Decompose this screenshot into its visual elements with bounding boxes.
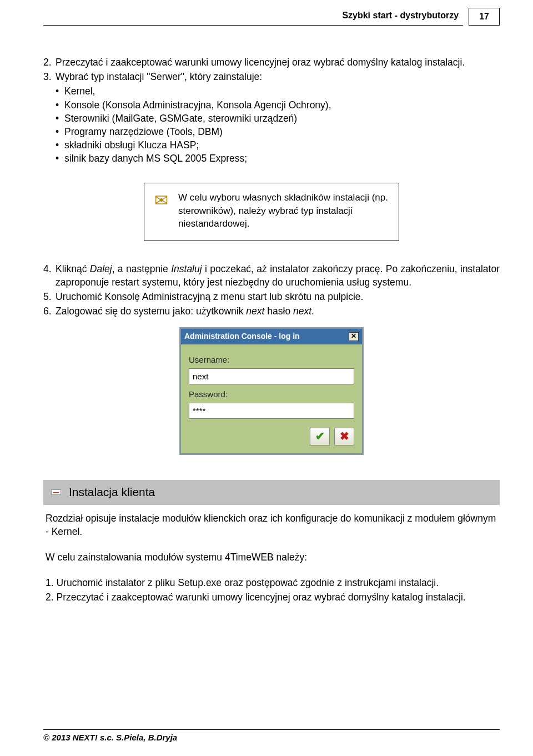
password-input[interactable]	[189, 403, 354, 419]
note-box: ✉ W celu wyboru własnych składników inst…	[144, 183, 399, 241]
bullet-text: Sterowniki (MailGate, GSMGate, sterownik…	[64, 112, 297, 125]
section-paragraph: Rozdział opisuje instalacje modułów klie…	[46, 512, 497, 538]
italic-text: next	[246, 306, 264, 317]
instruction-list-1: 2. Przeczytać i zaakceptować warunki umo…	[43, 56, 500, 165]
list-text: Wybrać typ instalacji "Serwer", który za…	[56, 70, 500, 83]
list-text: Zalogować się do systemu jako: użytkowni…	[56, 304, 500, 318]
page-footer: © 2013 NEXT! s.c. S.Piela, B.Dryja	[43, 729, 500, 744]
cancel-button[interactable]: ✖	[334, 428, 354, 445]
username-label: Username:	[189, 354, 354, 366]
bullet-icon: •	[56, 138, 64, 152]
italic-text: Instaluj	[171, 263, 202, 274]
bullet-icon: •	[56, 152, 64, 165]
bullet-text: silnik bazy danych MS SQL 2005 Express;	[64, 152, 247, 165]
text-run: Zalogować się do systemu jako: użytkowni…	[56, 306, 246, 317]
section-list-item: 1. Uruchomić instalator z pliku Setup.ex…	[46, 576, 497, 589]
section-title: Instalacja klienta	[69, 484, 155, 500]
ok-button[interactable]: ✔	[310, 428, 330, 445]
password-label: Password:	[189, 389, 354, 400]
list-number: 5.	[43, 290, 56, 303]
page-number: 17	[479, 11, 489, 23]
bullet-text: składniki obsługi Klucza HASP;	[64, 138, 199, 152]
bullet-text: Kernel,	[64, 84, 95, 98]
checkmark-icon: ✔	[315, 429, 325, 444]
list-number: 4.	[43, 262, 56, 289]
dialog-title: Administration Console - log in	[184, 331, 300, 342]
list-text: Kliknąć Dalej, a następnie Instaluj i po…	[56, 262, 500, 289]
username-input[interactable]	[189, 368, 354, 384]
list-number: 6.	[43, 304, 56, 318]
italic-text: Dalej	[90, 263, 112, 274]
envelope-icon: ✉	[154, 191, 168, 230]
text-run: hasło	[264, 306, 293, 317]
note-text: W celu wyboru własnych składników instal…	[178, 191, 389, 230]
bullet-icon: •	[56, 125, 64, 138]
collapse-icon[interactable]	[51, 489, 61, 495]
text-run: .	[311, 306, 314, 317]
italic-text: next	[293, 306, 311, 317]
page-header: Szybki start - dystrybutorzy 17	[43, 8, 500, 26]
list-number: 3.	[43, 70, 56, 83]
bullet-text: Programy narzędziowe (Tools, DBM)	[64, 125, 223, 138]
bullet-icon: •	[56, 84, 64, 98]
text-run: , a następnie	[112, 263, 172, 274]
list-text: Przeczytać i zaakceptować warunki umowy …	[56, 56, 500, 69]
instruction-list-2: 4. Kliknąć Dalej, a następnie Instaluj i…	[43, 262, 500, 318]
section-paragraph: W celu zainstalowania modułów systemu 4T…	[46, 550, 497, 564]
list-number: 2.	[43, 56, 56, 69]
bullet-icon: •	[56, 98, 64, 112]
bullet-icon: •	[56, 112, 64, 125]
section-body: Rozdział opisuje instalacje modułów klie…	[43, 512, 500, 604]
section-list-item: 2. Przeczytać i zaakceptować warunki umo…	[46, 590, 497, 604]
section-header[interactable]: Instalacja klienta	[43, 480, 500, 505]
login-dialog: Administration Console - log in ✕ Userna…	[180, 328, 363, 454]
cross-icon: ✖	[340, 429, 349, 444]
text-run: Kliknąć	[56, 263, 90, 274]
header-title: Szybki start - dystrybutorzy	[342, 9, 459, 22]
copyright-text: © 2013 NEXT! s.c. S.Piela, B.Dryja	[43, 733, 177, 742]
list-text: Uruchomić Konsolę Administracyjną z menu…	[56, 290, 500, 303]
bullet-text: Konsole (Konsola Administracyjna, Konsol…	[64, 98, 331, 112]
bullet-list: •Kernel, •Konsole (Konsola Administracyj…	[56, 84, 500, 165]
close-icon[interactable]: ✕	[349, 332, 359, 341]
dialog-titlebar: Administration Console - log in ✕	[181, 329, 362, 344]
